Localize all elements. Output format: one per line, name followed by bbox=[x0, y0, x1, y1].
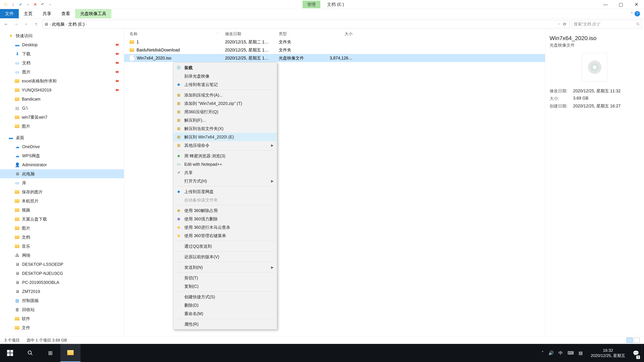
nav-recycle-bin[interactable]: 🗑回收站 bbox=[0, 305, 124, 314]
cm-extract-to[interactable]: ▦解压到(F)... bbox=[174, 116, 276, 124]
nav-drive-g[interactable]: ▤G:\ bbox=[0, 104, 124, 113]
cm-notepad[interactable]: ▭Edit with Notepad++ bbox=[174, 160, 276, 168]
nav-folder-bandicam[interactable]: Bandicam bbox=[0, 94, 124, 104]
minimize-button[interactable]: — bbox=[598, 0, 613, 9]
nav-net-3[interactable]: 🖥PC-20190530OBLA bbox=[0, 278, 124, 287]
cm-share[interactable]: ⇗共享 bbox=[174, 168, 276, 177]
nav-lib-saved-pictures[interactable]: 保存的图片 bbox=[0, 187, 124, 196]
cm-360-unlock[interactable]: ◉使用 360解除占用 bbox=[174, 206, 276, 215]
nav-files[interactable]: 文件 bbox=[0, 323, 124, 332]
crumb-loc[interactable]: 文档 (E:) bbox=[68, 21, 84, 27]
cm-delete[interactable]: 删除(D) bbox=[174, 301, 276, 309]
view-icons-button[interactable] bbox=[634, 338, 640, 343]
cm-extract-named[interactable]: ▦解压到 Win7x64_2020\ (E) bbox=[174, 133, 276, 141]
nav-libraries[interactable]: ▭库 bbox=[0, 178, 124, 187]
nav-net-4[interactable]: 🖥ZMT2019 bbox=[0, 287, 124, 296]
ime-indicator[interactable]: 中 bbox=[558, 350, 563, 356]
nav-lib-music[interactable]: 音乐 bbox=[0, 242, 124, 251]
nav-lib-tianyi[interactable]: 天翼云盘下载 bbox=[0, 215, 124, 224]
qat-dropdown-icon[interactable]: ▾ bbox=[26, 2, 30, 7]
undo-icon[interactable]: ↶ bbox=[40, 2, 45, 7]
nav-desktop-root[interactable]: ▬桌面 bbox=[0, 133, 124, 142]
ribbon-collapse-icon[interactable]: ⌃ bbox=[630, 11, 633, 16]
start-button[interactable] bbox=[0, 344, 20, 362]
nav-downloads[interactable]: ⬇下载📌 bbox=[0, 49, 124, 58]
help-icon[interactable]: ? bbox=[634, 11, 640, 16]
action-center-button[interactable]: 💬 3 bbox=[630, 344, 642, 362]
maximize-button[interactable]: ▢ bbox=[613, 0, 628, 9]
ime-mode-icon[interactable]: ⌨ bbox=[568, 351, 574, 356]
view-details-button[interactable] bbox=[626, 338, 632, 343]
nav-this-pc[interactable]: 🖥此电脑 bbox=[0, 169, 124, 178]
nav-lib-camera-roll[interactable]: 本机照片 bbox=[0, 196, 124, 205]
file-row[interactable]: BaiduNetdiskDownload 2020/12/25, 星期五 1… … bbox=[124, 46, 545, 54]
cm-qq-send[interactable]: 通过QQ发送到 bbox=[174, 242, 276, 250]
nav-network[interactable]: 🖧网络 bbox=[0, 251, 124, 260]
col-date[interactable]: 修改日期 bbox=[225, 31, 279, 36]
nav-onedrive[interactable]: ☁OneDrive bbox=[0, 142, 124, 151]
nav-admin[interactable]: 👤Administrator bbox=[0, 160, 124, 169]
cm-360-force-delete[interactable]: ◉使用 360强力删除 bbox=[174, 215, 276, 223]
nav-desktop[interactable]: ▬Desktop📌 bbox=[0, 40, 124, 49]
cm-open-360zip[interactable]: ▦用360压缩打开(Q) bbox=[174, 108, 276, 116]
nav-folder-yunqishi[interactable]: YUNQISHI2019📌 bbox=[0, 85, 124, 94]
file-row[interactable]: 1 2020/12/15, 星期二 1… 文件夹 bbox=[124, 38, 545, 46]
cm-open-with[interactable]: 打开方式(H)▶ bbox=[174, 177, 276, 185]
col-name[interactable]: 名称˄ bbox=[130, 31, 225, 36]
delete-icon[interactable]: ✕ bbox=[33, 2, 38, 7]
history-dropdown[interactable]: ▾ bbox=[22, 20, 30, 28]
nav-pictures[interactable]: ▭图片📌 bbox=[0, 67, 124, 76]
cm-rename[interactable]: 重命名(M) bbox=[174, 309, 276, 318]
nav-documents[interactable]: ▭文档📌 bbox=[0, 58, 124, 67]
nav-quick-access[interactable]: ★快速访问 bbox=[0, 31, 124, 40]
cm-restore[interactable]: 还原以前的版本(V) bbox=[174, 253, 276, 261]
file-row-selected[interactable]: Win7x64_2020.iso 2020/12/25, 星期五 1… 光盘映像… bbox=[124, 54, 545, 62]
cm-360-trojan-scan[interactable]: ◉使用 360进行木马云查杀 bbox=[174, 223, 276, 231]
breadcrumb[interactable]: 🖥 › 此电脑 › 文档 (E:) › ⌄ ⟳ bbox=[42, 20, 570, 28]
crumb-root[interactable]: 此电脑 bbox=[52, 21, 64, 27]
nav-wps[interactable]: ☁WPS网盘 bbox=[0, 151, 124, 160]
cm-youdao[interactable]: ◆上传到有道云笔记 bbox=[174, 80, 276, 89]
network-icon[interactable]: ▤ bbox=[578, 351, 583, 356]
taskbar-explorer[interactable] bbox=[60, 344, 80, 362]
cm-baidu[interactable]: ◆上传到百度网盘 bbox=[174, 187, 276, 196]
back-button[interactable]: ← bbox=[2, 20, 10, 28]
task-view-button[interactable]: ⊞ bbox=[40, 344, 60, 362]
ribbon-tab-disc-tools[interactable]: 光盘映像工具 bbox=[75, 9, 111, 18]
check-icon[interactable]: ✔ bbox=[18, 2, 23, 7]
nav-lib-videos[interactable]: 视频 bbox=[0, 205, 124, 215]
col-type[interactable]: 类型 bbox=[279, 31, 326, 36]
cm-shortcut[interactable]: 创建快捷方式(S) bbox=[174, 293, 276, 301]
nav-net-1[interactable]: 🖥DESKTOP-LSSOEDP bbox=[0, 260, 124, 269]
nav-lib-pictures[interactable]: 图片 bbox=[0, 224, 124, 233]
nav-software[interactable]: 软件 bbox=[0, 314, 124, 323]
ribbon-tab-share[interactable]: 共享 bbox=[38, 9, 56, 18]
show-desktop-button[interactable] bbox=[642, 344, 644, 362]
nav-folder-excel[interactable]: excel表格制作求和📌 bbox=[0, 76, 124, 85]
refresh-icon[interactable]: ⟳ bbox=[563, 22, 566, 27]
search-box[interactable]: 搜索"文档 (E:)" bbox=[572, 20, 642, 28]
cm-add-zip[interactable]: ▦添加到 "Win7x64_2020.zip" (T) bbox=[174, 99, 276, 108]
cm-browser[interactable]: ◆用 蜂蜜浏览器 浏览(3) bbox=[174, 152, 276, 160]
ribbon-tab-file[interactable]: 文件 bbox=[0, 9, 19, 18]
ribbon-tab-view[interactable]: 查看 bbox=[56, 9, 75, 18]
qat-more-icon[interactable]: ▾ bbox=[48, 2, 52, 7]
cm-360-menu[interactable]: ◉使用 360管理右键菜单 bbox=[174, 231, 276, 240]
up-button[interactable]: ↑ bbox=[32, 20, 40, 28]
nav-lib-documents[interactable]: 文档 bbox=[0, 233, 124, 242]
close-button[interactable]: ✕ bbox=[628, 0, 644, 9]
tray-chevron-icon[interactable]: ˄ bbox=[542, 351, 544, 356]
cm-cut[interactable]: 剪切(T) bbox=[174, 274, 276, 282]
volume-icon[interactable]: 🔊 bbox=[548, 351, 554, 356]
forward-button[interactable]: → bbox=[12, 20, 20, 28]
cm-burn[interactable]: 刻录光盘映像 bbox=[174, 72, 276, 80]
nav-net-2[interactable]: 🖥DESKTOP-NJEU3CG bbox=[0, 269, 124, 278]
search-button[interactable] bbox=[20, 344, 40, 362]
taskbar-clock[interactable]: 16:32 2020/12/25, 星期五 bbox=[586, 348, 630, 358]
cm-other-compress[interactable]: ▦其他压缩命令▶ bbox=[174, 141, 276, 149]
cm-mount[interactable]: 💿装载 bbox=[174, 63, 276, 72]
nav-folder-win7[interactable]: win7重装win7 bbox=[0, 113, 124, 122]
cm-add-archive[interactable]: ▦添加到压缩文件(A)... bbox=[174, 91, 276, 99]
ribbon-tab-home[interactable]: 主页 bbox=[19, 9, 38, 18]
breadcrumb-dropdown-icon[interactable]: ⌄ bbox=[558, 22, 560, 27]
